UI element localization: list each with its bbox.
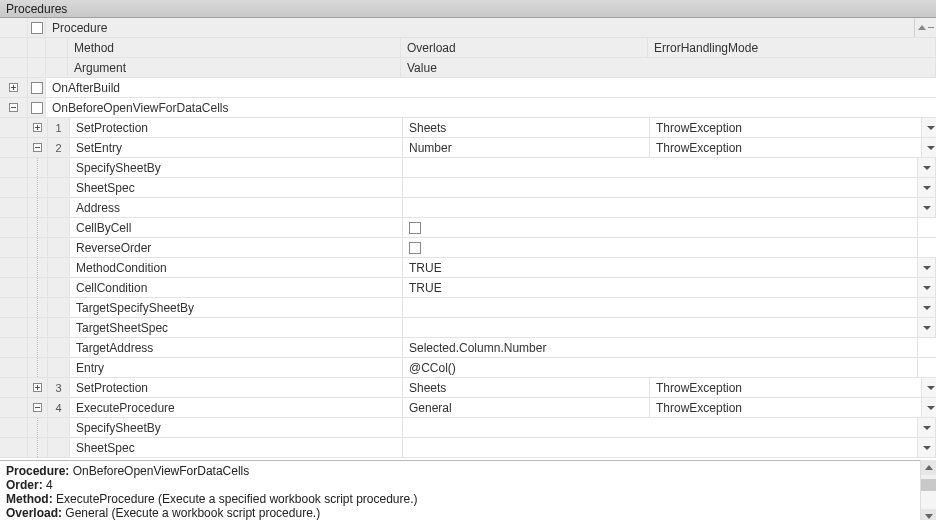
arg-value[interactable] xyxy=(403,438,918,457)
step-row[interactable]: 3SetProtectionSheetsThrowException xyxy=(0,378,936,398)
step-expander[interactable] xyxy=(28,118,48,137)
step-method[interactable]: SetProtection xyxy=(70,118,403,137)
step-number: 2 xyxy=(48,138,70,157)
dropdown-icon[interactable] xyxy=(922,138,936,157)
step-number: 1 xyxy=(48,118,70,137)
arg-value-checkbox[interactable] xyxy=(403,238,918,257)
step-method[interactable]: SetProtection xyxy=(70,378,403,397)
arg-row[interactable]: TargetAddressSelected.Column.Number xyxy=(0,338,936,358)
arg-row[interactable]: CellByCell xyxy=(0,218,936,238)
arg-row[interactable]: SheetSpec xyxy=(0,178,936,198)
dropdown-icon[interactable] xyxy=(918,438,936,457)
step-overload[interactable]: Number xyxy=(403,138,650,157)
arg-name: MethodCondition xyxy=(70,258,403,277)
step-method[interactable]: SetEntry xyxy=(70,138,403,157)
detail-scrollbar[interactable] xyxy=(920,460,936,520)
dropdown-icon[interactable] xyxy=(922,378,936,397)
step-method[interactable]: ExecuteProcedure xyxy=(70,398,403,417)
group-label[interactable]: OnBeforeOpenViewForDataCells xyxy=(46,98,936,117)
arg-value[interactable] xyxy=(403,158,918,177)
arg-row[interactable]: SheetSpec xyxy=(0,438,936,458)
arg-value[interactable]: TRUE xyxy=(403,278,918,297)
arg-value[interactable] xyxy=(403,298,918,317)
step-overload[interactable]: General xyxy=(403,398,650,417)
arg-row[interactable]: Address xyxy=(0,198,936,218)
arg-value[interactable] xyxy=(403,418,918,437)
arg-value[interactable]: @CCol() xyxy=(403,358,918,377)
step-expander[interactable] xyxy=(28,378,48,397)
arg-row[interactable]: CellConditionTRUE xyxy=(0,278,936,298)
step-error[interactable]: ThrowException xyxy=(650,378,922,397)
step-expander[interactable] xyxy=(28,398,48,417)
dropdown-icon[interactable] xyxy=(918,318,936,337)
arg-value[interactable] xyxy=(403,198,918,217)
dropdown-icon[interactable] xyxy=(918,298,936,317)
col-overload-header[interactable]: Overload xyxy=(401,38,648,57)
header-row-method: Method Overload ErrorHandlingMode xyxy=(0,38,936,58)
scroll-down-icon[interactable] xyxy=(921,509,936,520)
gutter xyxy=(0,18,28,37)
arg-name: TargetAddress xyxy=(70,338,403,357)
panel-title: Procedures xyxy=(0,0,936,18)
arg-name: CellByCell xyxy=(70,218,403,237)
step-error[interactable]: ThrowException xyxy=(650,118,922,137)
arg-row[interactable]: TargetSpecifySheetBy xyxy=(0,298,936,318)
arg-name: TargetSpecifySheetBy xyxy=(70,298,403,317)
arg-value[interactable]: TRUE xyxy=(403,258,918,277)
step-overload[interactable]: Sheets xyxy=(403,118,650,137)
dropdown-icon[interactable] xyxy=(922,398,936,417)
arg-name: TargetSheetSpec xyxy=(70,318,403,337)
arg-value[interactable] xyxy=(403,318,918,337)
scroll-thumb[interactable] xyxy=(921,479,936,491)
group-label[interactable]: OnAfterBuild xyxy=(46,78,936,97)
procedure-col-header[interactable]: Procedure xyxy=(46,18,914,37)
dropdown-icon[interactable] xyxy=(918,418,936,437)
arg-row[interactable]: ReverseOrder xyxy=(0,238,936,258)
arg-row[interactable]: TargetSheetSpec xyxy=(0,318,936,338)
expand-icon[interactable] xyxy=(33,383,42,392)
step-error[interactable]: ThrowException xyxy=(650,398,922,417)
header-row-procedure: Procedure xyxy=(0,18,936,38)
arg-row[interactable]: Entry@CCol() xyxy=(0,358,936,378)
step-overload[interactable]: Sheets xyxy=(403,378,650,397)
scroll-up-icon[interactable] xyxy=(921,460,936,475)
collapse-icon[interactable] xyxy=(9,103,18,112)
col-value-header[interactable]: Value xyxy=(401,58,936,77)
dropdown-icon[interactable] xyxy=(918,178,936,197)
arg-name: SheetSpec xyxy=(70,438,403,457)
detail-overload-value: General (Execute a workbook script proce… xyxy=(65,506,320,520)
step-row[interactable]: 1SetProtectionSheetsThrowException xyxy=(0,118,936,138)
group-row-onafterbuild[interactable]: OnAfterBuild xyxy=(0,78,936,98)
group-row-onbeforeopen[interactable]: OnBeforeOpenViewForDataCells xyxy=(0,98,936,118)
dropdown-icon[interactable] xyxy=(918,278,936,297)
dropdown-icon[interactable] xyxy=(918,198,936,217)
check-col-header[interactable] xyxy=(28,18,46,37)
dropdown-icon[interactable] xyxy=(918,258,936,277)
sort-asc-icon[interactable] xyxy=(914,18,936,37)
arg-row[interactable]: SpecifySheetBy xyxy=(0,158,936,178)
expand-icon[interactable] xyxy=(33,123,42,132)
step-row[interactable]: 2SetEntryNumberThrowException xyxy=(0,138,936,158)
dropdown-icon[interactable] xyxy=(922,118,936,137)
group-checkbox[interactable] xyxy=(31,102,43,114)
step-error[interactable]: ThrowException xyxy=(650,138,922,157)
step-row[interactable]: 4ExecuteProcedureGeneralThrowException xyxy=(0,398,936,418)
expand-icon[interactable] xyxy=(9,83,18,92)
collapse-icon[interactable] xyxy=(33,143,42,152)
group-checkbox[interactable] xyxy=(31,82,43,94)
col-method-header[interactable]: Method xyxy=(68,38,401,57)
collapse-icon[interactable] xyxy=(33,403,42,412)
col-error-header[interactable]: ErrorHandlingMode xyxy=(648,38,936,57)
arg-name: ReverseOrder xyxy=(70,238,403,257)
dropdown-icon[interactable] xyxy=(918,158,936,177)
arg-value[interactable] xyxy=(403,178,918,197)
col-argument-header[interactable]: Argument xyxy=(68,58,401,77)
arg-row[interactable]: MethodConditionTRUE xyxy=(0,258,936,278)
detail-method-label: Method: xyxy=(6,492,53,506)
detail-method-value: ExecuteProcedure (Execute a specified wo… xyxy=(56,492,418,506)
arg-value-checkbox[interactable] xyxy=(403,218,918,237)
arg-row[interactable]: SpecifySheetBy xyxy=(0,418,936,438)
check-all[interactable] xyxy=(31,22,43,34)
step-expander[interactable] xyxy=(28,138,48,157)
arg-value[interactable]: Selected.Column.Number xyxy=(403,338,918,357)
